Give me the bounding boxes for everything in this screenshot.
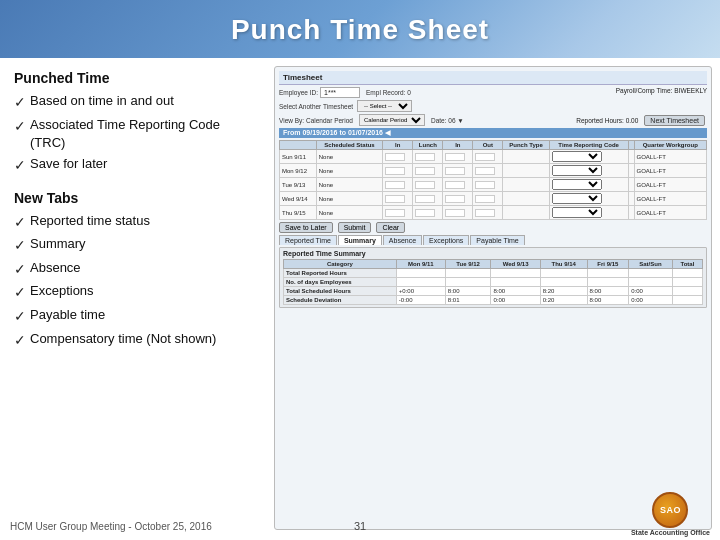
table-row: Tue 9/13 None GOALL-FT — [280, 178, 707, 192]
sum-r4-total — [672, 296, 702, 305]
save-later-btn[interactable]: Save to Later — [279, 222, 333, 233]
trc-sun[interactable] — [552, 151, 602, 162]
bullet-text-2: Associated Time Reporting Code (TRC) — [30, 116, 256, 152]
lunch-sun[interactable] — [415, 153, 435, 161]
sum-r2-c5 — [587, 278, 629, 287]
select-timesheet[interactable]: -- Select -- — [357, 100, 412, 112]
table-row: Mon 9/12 None GOALL-FT — [280, 164, 707, 178]
ts-title: Timesheet — [279, 71, 707, 85]
in2-sun[interactable] — [445, 153, 465, 161]
sum-col-total: Total — [672, 260, 702, 269]
sum-r2-c4 — [540, 278, 587, 287]
col-scheduled: Scheduled Status — [316, 141, 383, 150]
checkmark-icon-1: ✓ — [14, 93, 26, 113]
in-tue[interactable] — [385, 181, 405, 189]
lunch-wed[interactable] — [415, 195, 435, 203]
tab-text-1: Reported time status — [30, 212, 150, 230]
footer-text: HCM User Group Meeting - October 25, 201… — [10, 521, 212, 532]
in-wed[interactable] — [385, 195, 405, 203]
sum-col-thu: Thu 9/14 — [540, 260, 587, 269]
checkmark-tab-4: ✓ — [14, 283, 26, 303]
tab-text-6: Compensatory time (Not shown) — [30, 330, 216, 348]
in2-wed[interactable] — [445, 195, 465, 203]
in-mon[interactable] — [385, 167, 405, 175]
sum-r3-c4: 8:20 — [540, 287, 587, 296]
out-wed[interactable] — [475, 195, 495, 203]
view-select[interactable]: Calendar Period — [359, 114, 425, 126]
ts-emplrec: Empl Record: 0 — [366, 87, 411, 98]
day-sun: Sun 9/11 — [280, 150, 317, 164]
punched-time-title: Punched Time — [14, 70, 256, 86]
sum-r3-c1: +0:00 — [396, 287, 445, 296]
ts-view-row: View By: Calendar Period Calendar Period… — [279, 114, 707, 126]
punch-tue — [503, 178, 549, 192]
in2-thu[interactable] — [445, 209, 465, 217]
sao-subtitle: State Accounting Office — [631, 529, 710, 536]
ts-date-range: From 09/19/2016 to 01/07/2016 ◀ — [279, 128, 707, 138]
col-out: Out — [473, 141, 503, 150]
select-label: Select Another Timesheet — [279, 103, 353, 110]
sum-col-mon: Mon 9/11 — [396, 260, 445, 269]
in-thu[interactable] — [385, 209, 405, 217]
clear-btn[interactable]: Clear — [376, 222, 405, 233]
in2-mon[interactable] — [445, 167, 465, 175]
sum-col-cat: Category — [284, 260, 397, 269]
tab-text-3: Absence — [30, 259, 81, 277]
sum-col-satsum: Sat/Sun — [629, 260, 673, 269]
in-sun[interactable] — [385, 153, 405, 161]
out-mon[interactable] — [475, 167, 495, 175]
sum-r4-c3: 0:00 — [491, 296, 540, 305]
col-in2: In — [443, 141, 473, 150]
sum-r2-total — [672, 278, 702, 287]
timesheet-container: Timesheet Employee ID: 1*** Empl Record:… — [274, 66, 712, 530]
tab-bullet-1: ✓ Reported time status — [14, 212, 256, 233]
sum-r3-c6: 0:00 — [629, 287, 673, 296]
trc-mon[interactable] — [552, 165, 602, 176]
right-panel: Timesheet Employee ID: 1*** Empl Record:… — [270, 58, 720, 538]
action-buttons: Save to Later Submit Clear — [279, 222, 707, 233]
ts-tabs: Reported Time Summary Absence Exceptions… — [279, 235, 707, 245]
tab-exceptions[interactable]: Exceptions — [423, 235, 469, 245]
in2-tue[interactable] — [445, 181, 465, 189]
tab-payable[interactable]: Payable Time — [470, 235, 524, 245]
out-sun[interactable] — [475, 153, 495, 161]
sum-r1-c6 — [629, 269, 673, 278]
trc-wed[interactable] — [552, 193, 602, 204]
status-sun: None — [316, 150, 383, 164]
sum-r3-c5: 8:00 — [587, 287, 629, 296]
summary-row-4: Schedule Deviation -0:00 8:01 0:00 0:20 … — [284, 296, 703, 305]
status-wed: None — [316, 192, 383, 206]
summary-title: Reported Time Summary — [283, 250, 703, 257]
lunch-tue[interactable] — [415, 181, 435, 189]
tab-reported-time[interactable]: Reported Time — [279, 235, 337, 245]
summary-row-1: Total Reported Hours — [284, 269, 703, 278]
new-tabs-title: New Tabs — [14, 190, 256, 206]
tab-bullet-5: ✓ Payable time — [14, 306, 256, 327]
out-thu[interactable] — [475, 209, 495, 217]
lunch-thu[interactable] — [415, 209, 435, 217]
next-timesheet-btn[interactable]: Next Timesheet — [644, 115, 705, 126]
bullet-item-1: ✓ Based on time in and out — [14, 92, 256, 113]
status-thu: None — [316, 206, 383, 220]
sum-r2-c2 — [445, 278, 491, 287]
out-tue[interactable] — [475, 181, 495, 189]
empid-label: Employee ID: — [279, 89, 318, 96]
sum-r2-c1 — [396, 278, 445, 287]
tab-summary[interactable]: Summary — [338, 235, 382, 245]
col-qwg: Quarter Workgroup — [634, 141, 706, 150]
sum-r1-c2 — [445, 269, 491, 278]
checkmark-icon-2: ✓ — [14, 117, 26, 137]
status-mon: None — [316, 164, 383, 178]
day-thu: Thu 9/15 — [280, 206, 317, 220]
submit-btn[interactable]: Submit — [338, 222, 372, 233]
summary-section: Reported Time Summary Category Mon 9/11 … — [279, 247, 707, 308]
trc-tue[interactable] — [552, 179, 602, 190]
tab-text-5: Payable time — [30, 306, 105, 324]
punch-thu — [503, 206, 549, 220]
col-punch: Punch Type — [503, 141, 549, 150]
trc-thu[interactable] — [552, 207, 602, 218]
ts-empid: Employee ID: 1*** — [279, 87, 360, 98]
tab-absence[interactable]: Absence — [383, 235, 422, 245]
lunch-mon[interactable] — [415, 167, 435, 175]
punch-sun — [503, 150, 549, 164]
